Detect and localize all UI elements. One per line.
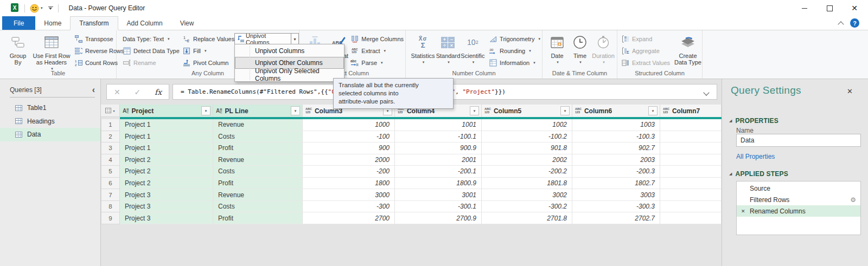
use-first-row-button[interactable]: Use First Row as Headers ▾ (30, 30, 73, 72)
cell[interactable]: -200.1 (395, 166, 482, 178)
cell[interactable] (660, 178, 722, 190)
cell[interactable] (660, 142, 722, 154)
cell[interactable]: Costs (213, 201, 303, 213)
step-renamed-columns[interactable]: ✕ Renamed Columns (737, 205, 860, 217)
expand-button[interactable]: Expand (620, 33, 674, 45)
time-button[interactable]: Time ▾ (569, 30, 591, 66)
cell[interactable]: -200.2 (482, 166, 572, 178)
expand-formula-bar-icon[interactable] (704, 90, 709, 94)
cell[interactable]: -100.1 (395, 131, 482, 143)
collapse-ribbon-icon[interactable] (839, 21, 844, 25)
smiley-feedback-icon[interactable]: ▾ (30, 4, 43, 13)
tab-file[interactable]: File (2, 16, 35, 30)
information-button[interactable]: Information ▾ (487, 57, 542, 69)
filter-dropdown-icon[interactable]: ▾ (648, 106, 658, 115)
cell[interactable]: 2000 (303, 154, 395, 166)
row-number[interactable]: 3 (101, 142, 120, 154)
excel-app-icon[interactable]: X (10, 3, 20, 14)
cell[interactable]: Profit (213, 178, 303, 190)
cell[interactable]: 900.9 (395, 142, 482, 154)
step-filtered-rows[interactable]: Filtered Rows ⚙ (737, 194, 860, 205)
gear-icon[interactable]: ⚙ (850, 197, 856, 203)
cell[interactable]: 1001 (395, 119, 482, 131)
cell[interactable]: Revenue (213, 119, 303, 131)
fill-button[interactable]: Fill ▾ (181, 45, 234, 57)
cell[interactable]: Revenue (213, 154, 303, 166)
aggregate-button[interactable]: Σ Aggregate (620, 45, 674, 57)
cell[interactable] (660, 131, 722, 143)
cell[interactable]: -300 (303, 201, 395, 213)
cell[interactable]: -100 (303, 131, 395, 143)
close-button[interactable]: ✕ (842, 0, 867, 16)
check-icon[interactable]: ✓ (134, 88, 141, 96)
cell[interactable] (660, 119, 722, 131)
cell[interactable]: Costs (213, 131, 303, 143)
cell[interactable]: 1002 (482, 119, 572, 131)
row-number[interactable]: 2 (101, 131, 120, 143)
cell[interactable]: 3000 (303, 189, 395, 201)
column-header-pl-line[interactable]: ABCPL Line▾ (213, 105, 303, 117)
cell[interactable]: -300.2 (482, 201, 572, 213)
cell[interactable]: -100.2 (482, 131, 572, 143)
row-number[interactable]: 6 (101, 178, 120, 190)
close-panel-icon[interactable]: ✕ (847, 87, 853, 95)
menu-item-unpivot-only-selected[interactable]: Unpivot Only Selected Columns (235, 69, 344, 81)
cell[interactable] (660, 212, 722, 224)
rename-button[interactable]: Rename (121, 57, 181, 69)
cell[interactable]: Revenue (213, 189, 303, 201)
row-number[interactable]: 9 (101, 212, 120, 224)
extract-values-button[interactable]: Extract Values (620, 57, 674, 69)
filter-dropdown-icon[interactable]: ▾ (201, 106, 210, 115)
select-all-button[interactable]: ▾ (101, 105, 120, 117)
cell[interactable]: -200 (303, 166, 395, 178)
cell[interactable]: Project 2 (120, 178, 213, 190)
create-data-type-button[interactable]: Create Data Type (674, 30, 702, 66)
cell[interactable]: Project 1 (120, 131, 213, 143)
query-name-input[interactable]: Data (736, 134, 861, 147)
unpivot-dropdown-arrow-icon[interactable]: ▼ (291, 34, 298, 44)
cell[interactable]: 3003 (572, 189, 660, 201)
cell[interactable]: 1802.7 (572, 178, 660, 190)
trigonometry-button[interactable]: Trigonometry ▾ (487, 33, 542, 45)
group-by-button[interactable]: Group By (5, 30, 30, 66)
detect-data-type-button[interactable]: Detect Data Type (121, 45, 181, 57)
cell[interactable]: Project 2 (120, 154, 213, 166)
row-number[interactable]: 5 (101, 166, 120, 178)
cell[interactable]: 900 (303, 142, 395, 154)
parse-button[interactable]: abc Parse ▾ (349, 57, 405, 69)
cell[interactable]: 3002 (482, 189, 572, 201)
scientific-button[interactable]: 102 Scientific ▾ (461, 30, 485, 66)
filter-dropdown-icon[interactable]: ▾ (291, 106, 300, 115)
minimize-button[interactable] (792, 0, 817, 16)
cell[interactable]: 2700.9 (395, 212, 482, 224)
cell[interactable] (660, 189, 722, 201)
cell[interactable]: Project 3 (120, 201, 213, 213)
cell[interactable]: Project 1 (120, 119, 213, 131)
collapse-pane-icon[interactable]: ‹ (92, 87, 95, 93)
filter-dropdown-icon[interactable]: ▾ (470, 106, 479, 115)
pivot-column-button[interactable]: Pivot Column (181, 57, 234, 69)
cell[interactable]: Project 3 (120, 212, 213, 224)
tab-add-column[interactable]: Add Column (118, 16, 171, 30)
tab-transform[interactable]: Transform (70, 16, 118, 30)
merge-columns-button[interactable]: Merge Columns (349, 33, 405, 45)
fx-icon[interactable]: fx (155, 88, 162, 96)
replace-values-button[interactable]: 12 Replace Values ▾ (181, 33, 234, 45)
menu-item-unpivot-columns[interactable]: Unpivot Columns (235, 45, 344, 57)
applied-steps-section-header[interactable]: ◢ APPLIED STEPS (729, 170, 788, 178)
cell[interactable]: -300.1 (395, 201, 482, 213)
data-type-button[interactable]: Data Type: Text ▾ (121, 33, 181, 45)
customize-quick-access-icon[interactable] (48, 7, 53, 10)
query-item-table1[interactable]: Table1 (0, 101, 100, 115)
standard-button[interactable]: +−÷× Standard ▾ (436, 30, 460, 66)
cell[interactable]: 1000 (303, 119, 395, 131)
date-button[interactable]: Date ▾ (546, 30, 569, 66)
tab-home[interactable]: Home (35, 16, 70, 30)
column-header-column7[interactable]: ABC123Column7 (660, 105, 722, 117)
cell[interactable] (660, 166, 722, 178)
duration-button[interactable]: Duration ▾ (591, 30, 615, 66)
cell[interactable] (660, 154, 722, 166)
smiley-dropdown-icon[interactable]: ▾ (41, 6, 43, 10)
cell[interactable]: 2702.7 (572, 212, 660, 224)
cell[interactable]: -100.3 (572, 131, 660, 143)
